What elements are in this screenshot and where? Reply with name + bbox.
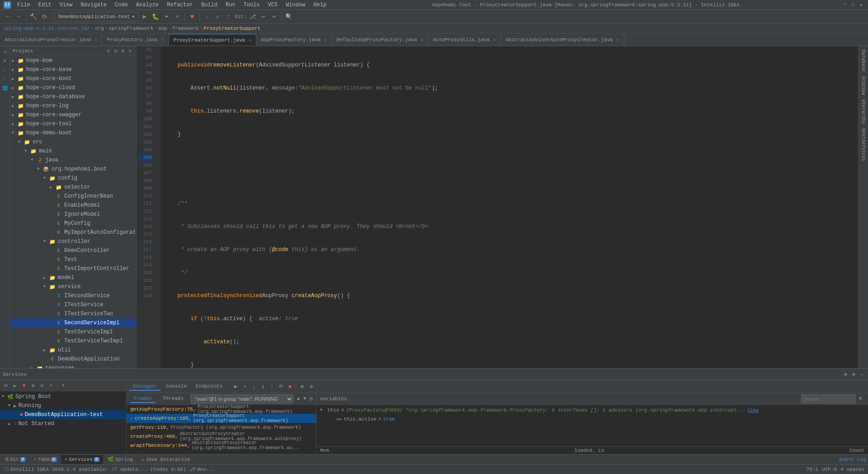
tab-autoproxyutils[interactable]: AutoProxyUtils.java ✕ [429, 34, 501, 46]
undo-button[interactable]: ↩ [258, 12, 268, 22]
tree-item-hope-core-log[interactable]: ▶ 📁 hope-core-log [10, 101, 136, 110]
status-update[interactable]: ⓘ IntelliJ IDEA 2020.1.4 available: // U… [4, 466, 186, 473]
status-position[interactable]: 75:1 [807, 467, 818, 472]
tree-item-enablemodel[interactable]: ▶ C EnableModel [10, 201, 136, 210]
tree-item-java[interactable]: ▼ J java [10, 156, 136, 165]
forward-button[interactable]: → [14, 12, 24, 22]
debugger-tab-console[interactable]: Console [162, 383, 190, 391]
tree-item-test[interactable]: ▶ C Test [10, 255, 136, 264]
tab-proxycreator-support[interactable]: ProxyCreatorSupport.java ✕ [169, 34, 256, 46]
footer-tab-todo[interactable]: ✓ TODO 6 [30, 455, 60, 464]
service-not-started[interactable]: ▶ ○ Not Started [0, 419, 126, 428]
database-panel-button[interactable]: Database [860, 48, 867, 73]
sciview-panel-button[interactable]: SciView [860, 74, 867, 97]
tree-item-service[interactable]: ▼ 📁 service [10, 282, 136, 291]
project-icon[interactable]: P [1, 48, 9, 56]
tab-abstractadvisor[interactable]: AbstractAdvisorAutoProxyCreator.java ✕ [501, 34, 624, 46]
debug-table-view[interactable]: ⊞ [298, 383, 306, 391]
rebuild-button[interactable]: ⟳ [39, 12, 49, 22]
var-item-active[interactable]: ∞∞ this.active = true [316, 415, 868, 424]
git-update[interactable]: ↓ [202, 12, 212, 22]
debug-button[interactable]: 🐛 [151, 12, 160, 22]
breadcrumb-springframework[interactable]: springframework [108, 26, 153, 31]
footer-tab-services[interactable]: ⚡ Services 8 [61, 455, 103, 464]
services-refresh-button[interactable]: ⟳ [2, 382, 10, 390]
service-demobootapp[interactable]: ▶ ■ DemoBootApplication-test [0, 410, 126, 419]
tree-item-controller[interactable]: ▼ 📁 controller [10, 237, 136, 246]
search-everywhere[interactable]: 🔍 [284, 12, 294, 22]
minimize-button[interactable]: − [842, 2, 848, 8]
event-log-button[interactable]: Event Log [840, 457, 866, 462]
services-filter-button[interactable]: ⊟ [38, 382, 46, 390]
menu-vcs[interactable]: VCS [264, 1, 282, 9]
run-button[interactable]: ▶ [140, 12, 150, 22]
debug-settings[interactable]: ⚙ [307, 383, 315, 391]
tree-item-secondserviceimpl[interactable]: ▶ C SecondServiceImpl [10, 318, 136, 327]
tree-item-config[interactable]: ▼ 📁 config [10, 174, 136, 183]
footer-tab-java-enterprise[interactable]: ☕ Java Enterprise [137, 455, 194, 464]
footer-tab-spring[interactable]: 🌿 Spring [104, 455, 137, 464]
close-panel-button[interactable]: ✕ [127, 48, 133, 54]
services-settings-button[interactable]: ⚙ [842, 371, 849, 378]
debug-step-out[interactable]: ↑ [268, 383, 276, 391]
collapse-all-button[interactable]: ⊟ [113, 48, 119, 54]
breadcrumb-org[interactable]: org [95, 26, 104, 31]
services-stop-button[interactable]: ■ [20, 382, 28, 390]
menu-view[interactable]: View [56, 1, 76, 9]
debug-stop[interactable]: ■ [286, 383, 294, 391]
settings-button[interactable]: ⚙ [120, 48, 126, 54]
services-add-button[interactable]: + [47, 382, 55, 390]
locate-file-button[interactable]: ⊙ [105, 48, 112, 54]
breadcrumb-jar[interactable]: spring-aop-5.3.21-sources.jar [4, 26, 90, 31]
git-branch[interactable]: ⎇ [247, 12, 257, 22]
git-commit[interactable]: ✓ [213, 12, 223, 22]
tree-item-ignoremodel[interactable]: ▶ C IgnoreModel [10, 210, 136, 219]
service-springboot[interactable]: ▼ 🌿 Spring Boot [0, 392, 126, 401]
threads-tab[interactable]: Threads [159, 395, 187, 403]
tree-item-testservicetwoimpl[interactable]: ▶ C TestServiceTwoImpl [10, 337, 136, 346]
code-editor[interactable]: 91 92 93 94 95 96 97 98 99 100 101 102 1… [137, 46, 858, 368]
debug-step-into[interactable]: ↓ [250, 383, 258, 391]
tab-aopproxyfactory[interactable]: AopProxyFactory.java ✕ [256, 34, 332, 46]
var-item-this[interactable]: ▼ this = {ProxyFactory@7663} "org.spring… [316, 406, 868, 415]
tab-close[interactable]: ✕ [617, 37, 619, 43]
tree-item-src[interactable]: ▼ 📁 src [10, 137, 136, 147]
back-button[interactable]: ← [3, 12, 13, 22]
menu-navigate[interactable]: Navigate [77, 1, 110, 9]
frame-item[interactable]: getProxy:110, ProxyFactory (org.springfr… [127, 423, 316, 432]
thread-nav-down[interactable]: ▼ [303, 396, 306, 401]
frame-item[interactable]: getAopProxyFactory:75, ProxyCreatorSuppo… [127, 405, 316, 414]
frame-item[interactable]: wrapIfNecessary:344, AbstractAutoProxyCr… [127, 441, 316, 450]
thread-select[interactable]: "main"@1 in group "main": RUNNING [191, 394, 293, 403]
tree-item-itestservicetwo[interactable]: ▶ I ITestServiceTwo [10, 309, 136, 318]
tab-close[interactable]: ✕ [94, 37, 97, 43]
tree-item-myconfig[interactable]: ▶ C MyConfig [10, 219, 136, 228]
debug-step-over[interactable]: ↷ [241, 383, 249, 391]
tab-proxyfactory[interactable]: ProxyFactory.java ✕ [102, 34, 169, 46]
thread-filter[interactable]: ⊟ [310, 396, 312, 402]
breadcrumb-class[interactable]: ProxyCreatorSupport [204, 26, 260, 31]
tree-item-testserviceimpl[interactable]: ▶ C TestServiceImpl [10, 327, 136, 337]
menu-file[interactable]: File [14, 1, 34, 9]
tree-item-hope-core-boot[interactable]: ▶ 📁 hope-core-boot [10, 74, 136, 83]
variables-search-input[interactable] [801, 394, 855, 403]
tree-item-demobootapp[interactable]: ▶ C DemoBootApplication [10, 355, 136, 364]
service-running[interactable]: ▼ ▶ Running [0, 401, 126, 410]
debug-restart[interactable]: ⟳ [277, 383, 285, 391]
services-tree-button[interactable]: ≡ [59, 382, 67, 390]
redo-button[interactable]: ↪ [269, 12, 279, 22]
tree-item-democontroller[interactable]: ▶ C DemoController [10, 246, 136, 255]
restore-button[interactable]: □ [850, 2, 856, 8]
services-run-button[interactable]: ▶ [11, 382, 19, 390]
debugger-tab-debugger[interactable]: Debugger [129, 383, 160, 391]
restservices-panel-button[interactable]: RestServices [860, 127, 867, 163]
menu-tools[interactable]: Tools [240, 1, 264, 9]
frame-item-selected[interactable]: ✓ createAopProxy:105, ProxyCreatorSuppor… [127, 414, 316, 423]
tab-close[interactable]: ✕ [493, 37, 496, 43]
tab-close[interactable]: ✕ [324, 37, 327, 43]
variables-settings-button[interactable]: ⚙ [856, 394, 864, 403]
tree-item-itestservice[interactable]: ▶ I ITestService [10, 300, 136, 309]
frame-item[interactable]: createProxy:480, AbstractAutoProxyCreato… [127, 432, 316, 441]
menu-refactor[interactable]: Refactor [163, 1, 197, 9]
tree-item-hope-demo-boot[interactable]: ▼ 📁 hope-demo-boot [10, 128, 136, 137]
